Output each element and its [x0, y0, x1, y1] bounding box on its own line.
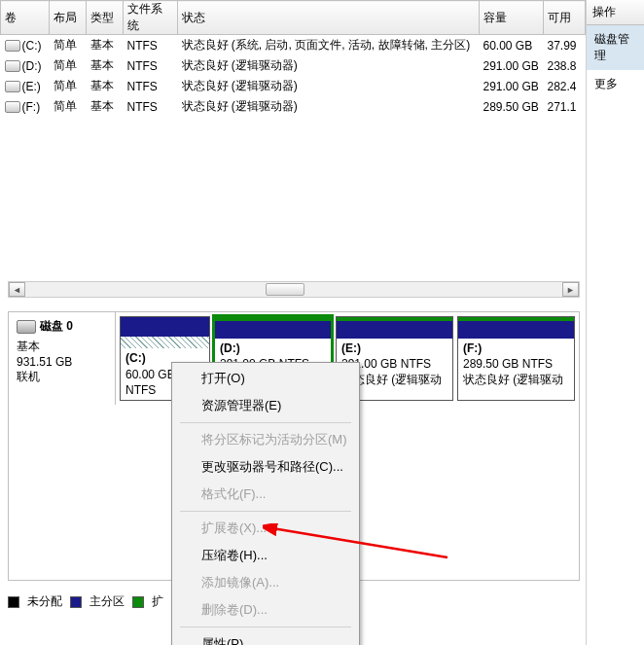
legend: 未分配 主分区 扩 [8, 593, 163, 610]
volume-icon [5, 81, 20, 92]
menu-explorer[interactable]: 资源管理器(E) [174, 392, 357, 419]
legend-swatch-primary [70, 596, 82, 608]
table-row[interactable]: (C:) 简单 基本 NTFS 状态良好 (系统, 启动, 页面文件, 活动, … [1, 35, 586, 56]
col-status[interactable]: 状态 [178, 1, 480, 35]
table-header-row: 卷 布局 类型 文件系统 状态 容量 可用 [1, 1, 586, 35]
horizontal-scrollbar[interactable]: ◄ ► [8, 281, 580, 298]
menu-change-letter[interactable]: 更改驱动器号和路径(C)... [174, 453, 357, 481]
menu-shrink[interactable]: 压缩卷(H)... [174, 542, 357, 569]
scroll-thumb[interactable] [266, 283, 304, 296]
menu-open[interactable]: 打开(O) [174, 365, 357, 392]
menu-mark-active: 将分区标记为活动分区(M) [174, 426, 357, 453]
disk-basic: 基本 [17, 339, 107, 355]
scroll-right-button[interactable]: ► [562, 282, 579, 297]
volume-icon [5, 40, 20, 52]
disk-size: 931.51 GB [17, 355, 107, 369]
table-row[interactable]: (F:) 简单 基本 NTFS 状态良好 (逻辑驱动器) 289.50 GB 2… [1, 96, 586, 117]
volume-icon [5, 60, 20, 72]
actions-more[interactable]: 更多 [587, 70, 644, 98]
menu-extend: 扩展卷(X)... [174, 515, 357, 542]
legend-swatch-extended [132, 596, 144, 608]
col-type[interactable]: 类型 [87, 1, 124, 35]
actions-header: 操作 [587, 0, 644, 25]
partition-f[interactable]: (F:)289.50 GB NTFS状态良好 (逻辑驱动 [457, 316, 575, 401]
actions-diskmgmt[interactable]: 磁盘管理 [587, 25, 644, 70]
menu-delete: 删除卷(D)... [174, 596, 357, 624]
disk-info[interactable]: 磁盘 0 基本 931.51 GB 联机 [9, 312, 116, 405]
scroll-left-button[interactable]: ◄ [9, 282, 25, 297]
menu-separator [180, 422, 351, 423]
volume-icon [5, 101, 20, 113]
legend-swatch-unallocated [8, 596, 19, 608]
actions-panel: 操作 磁盘管理 更多 [586, 0, 644, 645]
table-row[interactable]: (D:) 简单 基本 NTFS 状态良好 (逻辑驱动器) 291.00 GB 2… [1, 55, 586, 76]
menu-separator [180, 511, 351, 512]
col-filesystem[interactable]: 文件系统 [124, 1, 178, 35]
col-volume[interactable]: 卷 [1, 1, 50, 35]
col-layout[interactable]: 布局 [50, 1, 87, 35]
menu-mirror: 添加镜像(A)... [174, 569, 357, 596]
context-menu: 打开(O) 资源管理器(E) 将分区标记为活动分区(M) 更改驱动器号和路径(C… [171, 362, 360, 645]
col-free[interactable]: 可用 [544, 1, 586, 35]
table-row[interactable]: (E:) 简单 基本 NTFS 状态良好 (逻辑驱动器) 291.00 GB 2… [1, 76, 586, 96]
menu-format: 格式化(F)... [174, 481, 357, 508]
menu-properties[interactable]: 属性(P) [174, 630, 357, 645]
hdd-icon [17, 320, 36, 334]
col-capacity[interactable]: 容量 [480, 1, 544, 35]
menu-separator [180, 627, 351, 627]
volume-table: 卷 布局 类型 文件系统 状态 容量 可用 (C:) 简单 基本 NTFS 状态… [0, 0, 586, 117]
disk-title: 磁盘 0 [40, 318, 73, 335]
disk-online: 联机 [17, 369, 107, 385]
